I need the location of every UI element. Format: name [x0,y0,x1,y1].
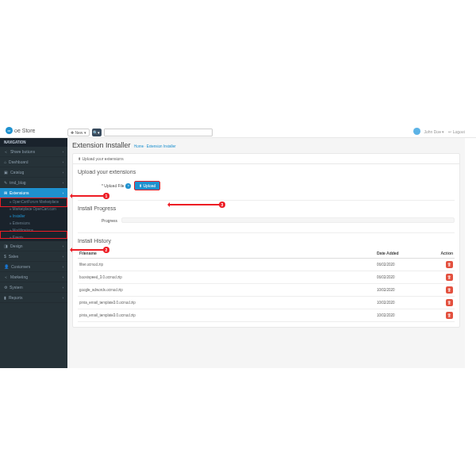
callout-3: 3 [219,202,225,208]
sidebar-subitem[interactable]: » Extensions [0,220,67,227]
nav-icon: ◨ [4,244,8,248]
chevron-right-icon: › [63,171,63,175]
nav-label: Share buttons [10,149,35,154]
nav-icon: ▮ [4,295,6,300]
cell-filename: pinta_email_template3.0.ocmod.zip [78,297,375,309]
col-filename[interactable]: Filename [78,248,375,259]
chevron-right-icon: › [63,191,63,195]
upload-button[interactable]: ⬆ Upload [134,181,160,190]
chevron-right-icon: › [63,265,63,269]
sidebar-subitem[interactable]: » Marketplace OpenCart.com [0,205,67,213]
delete-button[interactable]: 🗑 [446,299,453,306]
sidebar: NAVIGATION ＜Share buttons›⌂Dashboard›▣Ca… [0,138,67,368]
cell-filename: google_adwords.ocmod.zip [78,284,375,297]
search-icon: 🔍 [93,130,98,135]
nav-heading: NAVIGATION [0,138,67,147]
brand-logo[interactable]: oc oe Store [6,127,35,134]
search-input[interactable] [104,129,213,136]
sidebar-item-sales[interactable]: $Sales› [0,251,67,262]
nav-icon: ⌂ [4,159,6,164]
col-action: Action [431,248,455,259]
callout-2: 2 [103,247,109,253]
new-button[interactable]: ✚ New ▾ [67,129,90,136]
chevron-right-icon: › [63,150,63,154]
table-row: google_adwords.ocmod.zip10/02/2020🗑 [78,284,455,297]
history-table: Filename Date Added Action filter.ocmod.… [78,248,455,322]
main-content: Extension Installer Home · Extension Ins… [67,138,465,368]
brand-name: oe Store [14,128,35,133]
sidebar-item-catalog[interactable]: ▣Catalog› [0,167,67,178]
delete-button[interactable]: 🗑 [446,286,453,294]
sidebar-item-marketing[interactable]: ＜Marketing› [0,272,67,282]
delete-button[interactable]: 🗑 [446,261,453,268]
progress-bar [121,217,455,223]
panel-header: ⬆ Upload your extensions [73,154,459,164]
chevron-right-icon: › [63,275,63,279]
upload-section-title: Upload your extensions [78,169,455,175]
delete-button[interactable]: 🗑 [446,312,453,319]
nav-label: tmd_blog [10,180,26,185]
nav-icon: ▣ [4,170,8,175]
page-title: Extension Installer [72,141,131,149]
nav-icon: ⊞ [4,190,7,195]
cell-filename: filter.ocmod.zip [78,259,375,271]
sidebar-subitem[interactable]: » OpenCartForum Marketplace [0,198,67,205]
sidebar-item-dashboard[interactable]: ⌂Dashboard› [0,157,67,167]
cell-filename: boostspeed_3.0.ocmod.zip [78,271,375,284]
nav-label: Customers [11,264,30,269]
breadcrumb-current[interactable]: Extension Installer [147,144,176,148]
table-row: boostspeed_3.0.ocmod.zip06/02/2020🗑 [78,271,455,284]
nav-icon: ＜ [4,274,8,279]
nav-label: Dashboard [9,159,28,164]
nav-label: Sales [9,254,19,259]
logo-icon: oc [6,127,13,134]
arrow-1 [71,195,104,197]
nav-icon: $ [4,254,6,259]
logout-link[interactable]: ↩ Logout [448,129,465,134]
nav-label: System [10,285,23,290]
nav-label: Extensions [10,190,29,195]
cell-date: 06/02/2020 [375,259,431,271]
cell-filename: pinta_email_template3.0.ocmod.zip [78,309,375,322]
chevron-right-icon: › [63,255,63,259]
main-panel: ⬆ Upload your extensions Upload your ext… [72,153,460,328]
arrow-2 [71,249,104,251]
delete-button[interactable]: 🗑 [446,274,453,281]
help-icon[interactable]: ? [125,183,131,189]
arrow-3 [168,204,220,205]
chevron-right-icon: › [63,244,63,248]
chevron-right-icon: › [63,160,63,164]
sidebar-item-reports[interactable]: ▮Reports› [0,293,67,303]
nav-icon: ✎ [4,180,7,185]
cell-date: 10/02/2020 [375,297,431,309]
sidebar-subitem[interactable]: » Events [0,234,67,241]
progress-label: Progress [102,218,117,223]
chevron-right-icon: › [63,286,63,290]
avatar[interactable] [413,128,420,135]
username[interactable]: John Doe ▾ [424,129,445,134]
history-section-title: Install History [78,238,455,244]
breadcrumb: Home · Extension Installer [134,144,176,148]
cell-date: 10/02/2020 [375,284,431,297]
nav-label: Marketing [10,274,28,279]
sidebar-item-share-buttons[interactable]: ＜Share buttons› [0,147,67,157]
nav-label: Catalog [10,170,24,175]
progress-section-title: Install Progress [78,205,455,211]
sidebar-subitem[interactable]: » Installer [0,213,67,220]
cell-date: 06/02/2020 [375,271,431,284]
sidebar-item-design[interactable]: ◨Design› [0,241,67,251]
sidebar-item-extensions[interactable]: ⊞Extensions› [0,188,67,198]
chevron-right-icon: › [63,181,63,185]
sidebar-subitem[interactable]: » Modifications [0,227,67,234]
sidebar-item-customers[interactable]: 👤Customers› [0,262,67,272]
callout-1: 1 [103,193,109,199]
sidebar-item-system[interactable]: ⚙System› [0,282,67,293]
table-row: filter.ocmod.zip06/02/2020🗑 [78,259,455,271]
nav-icon: 👤 [4,264,9,269]
search-button[interactable]: 🔍 ▾ [92,129,102,136]
sidebar-item-tmd-blog[interactable]: ✎tmd_blog› [0,178,67,188]
breadcrumb-home[interactable]: Home [134,144,144,148]
table-row: pinta_email_template3.0.ocmod.zip10/02/2… [78,297,455,309]
col-date[interactable]: Date Added [375,248,431,259]
chevron-right-icon: › [63,296,63,300]
